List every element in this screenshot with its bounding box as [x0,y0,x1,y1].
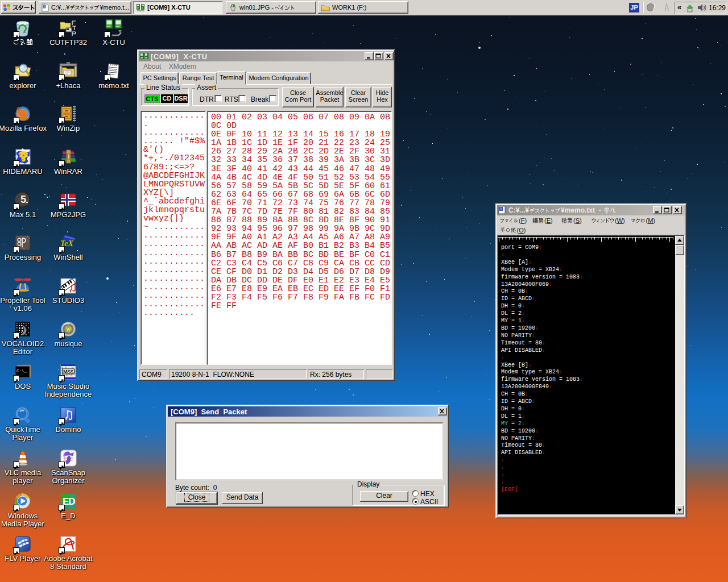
svg-text:MSS: MSS [63,369,74,375]
svg-text:Organizer: Organizer [64,459,73,462]
svg-text:5: 5 [20,194,26,205]
svg-text:C:\_: C:\_ [16,369,27,373]
